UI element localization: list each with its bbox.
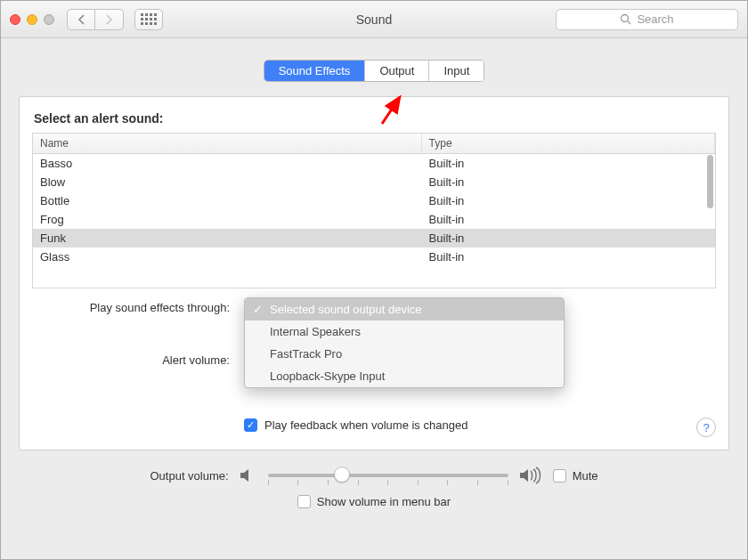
chevron-right-icon: [105, 14, 113, 25]
table-row[interactable]: FrogBuilt-in: [33, 210, 715, 229]
menu-bar-row: Show volume in menu bar: [297, 495, 451, 508]
nav-buttons: [67, 9, 124, 30]
cell-name: Frog: [33, 210, 422, 229]
dropdown-option[interactable]: Loopback-Skype Input: [245, 365, 564, 387]
search-placeholder: Search: [637, 12, 673, 26]
search-icon: [620, 13, 631, 25]
tab-sound-effects[interactable]: Sound Effects: [264, 61, 366, 81]
table-row[interactable]: BottleBuilt-in: [33, 191, 715, 210]
output-volume-label: Output volume:: [150, 469, 228, 483]
cell-name: Basso: [33, 154, 422, 173]
back-button[interactable]: [67, 9, 95, 30]
zoom-window-button[interactable]: [44, 14, 54, 25]
sound-preferences-window: Sound Search Sound Effects Output Input …: [0, 0, 748, 560]
tabs: Sound Effects Output Input: [19, 60, 729, 82]
output-volume-slider[interactable]: [268, 474, 508, 477]
table-row[interactable]: GlassBuilt-in: [33, 248, 715, 266]
svg-line-1: [628, 21, 631, 25]
column-name[interactable]: Name: [33, 134, 422, 153]
content-area: Sound Effects Output Input Select an ale…: [1, 38, 747, 517]
cell-type: Built-in: [422, 191, 715, 210]
svg-point-0: [622, 15, 629, 22]
mute-checkbox[interactable]: [553, 469, 566, 483]
speaker-high-icon: [519, 467, 542, 484]
footer: Output volume: Mute S: [19, 467, 729, 508]
feedback-checkbox[interactable]: ✓: [244, 418, 257, 432]
alert-sounds-table: Name Type BassoBuilt-inBlowBuilt-inBottl…: [32, 133, 716, 288]
sound-effects-panel: Select an alert sound: Name Type BassoBu…: [19, 96, 729, 450]
cell-name: Blow: [33, 173, 422, 191]
cell-name: Glass: [33, 248, 422, 266]
search-input[interactable]: Search: [556, 9, 738, 30]
cell-type: Built-in: [422, 210, 715, 229]
play-through-label: Play sound effects through:: [32, 301, 237, 314]
cell-type: Built-in: [422, 173, 715, 191]
tab-output[interactable]: Output: [365, 61, 429, 81]
tab-input[interactable]: Input: [429, 61, 484, 81]
help-button[interactable]: ?: [696, 418, 716, 437]
column-type[interactable]: Type: [422, 134, 715, 153]
table-row[interactable]: BassoBuilt-in: [33, 154, 715, 173]
output-volume-row: Output volume: Mute: [150, 467, 598, 484]
chevron-left-icon: [77, 14, 85, 25]
close-window-button[interactable]: [10, 14, 20, 25]
titlebar: Sound Search: [1, 1, 747, 38]
feedback-label: Play feedback when volume is changed: [264, 418, 467, 432]
forward-button[interactable]: [95, 9, 124, 30]
grid-icon: [141, 13, 157, 25]
dropdown-option[interactable]: FastTrack Pro: [245, 343, 564, 365]
mute-label: Mute: [573, 469, 598, 483]
menu-bar-checkbox[interactable]: [297, 495, 311, 508]
play-through-row: Play sound effects through: Selected sou…: [32, 301, 716, 314]
speaker-low-icon: [240, 467, 257, 483]
feedback-checkbox-row: ✓ Play feedback when volume is changed: [244, 418, 716, 432]
minimize-window-button[interactable]: [27, 14, 37, 25]
traffic-lights: [10, 14, 54, 25]
table-row[interactable]: FunkBuilt-in: [33, 229, 715, 248]
dropdown-option[interactable]: Selected sound output device: [245, 298, 564, 321]
show-all-button[interactable]: [134, 9, 163, 30]
cell-name: Bottle: [33, 191, 422, 210]
table-body: BassoBuilt-inBlowBuilt-inBottleBuilt-inF…: [33, 154, 715, 266]
alert-volume-label: Alert volume:: [32, 353, 237, 367]
vertical-scrollbar[interactable]: [707, 155, 713, 208]
cell-type: Built-in: [422, 154, 715, 173]
cell-type: Built-in: [422, 229, 715, 248]
dropdown-option[interactable]: Internal Speakers: [245, 321, 564, 343]
table-header: Name Type: [33, 134, 715, 154]
mute-row: Mute: [553, 469, 598, 483]
table-row[interactable]: BlowBuilt-in: [33, 173, 715, 191]
cell-name: Funk: [33, 229, 422, 248]
cell-type: Built-in: [422, 248, 715, 266]
play-through-dropdown[interactable]: Selected sound output deviceInternal Spe…: [244, 297, 565, 388]
menu-bar-label: Show volume in menu bar: [317, 495, 451, 508]
alert-sound-heading: Select an alert sound:: [34, 111, 716, 126]
